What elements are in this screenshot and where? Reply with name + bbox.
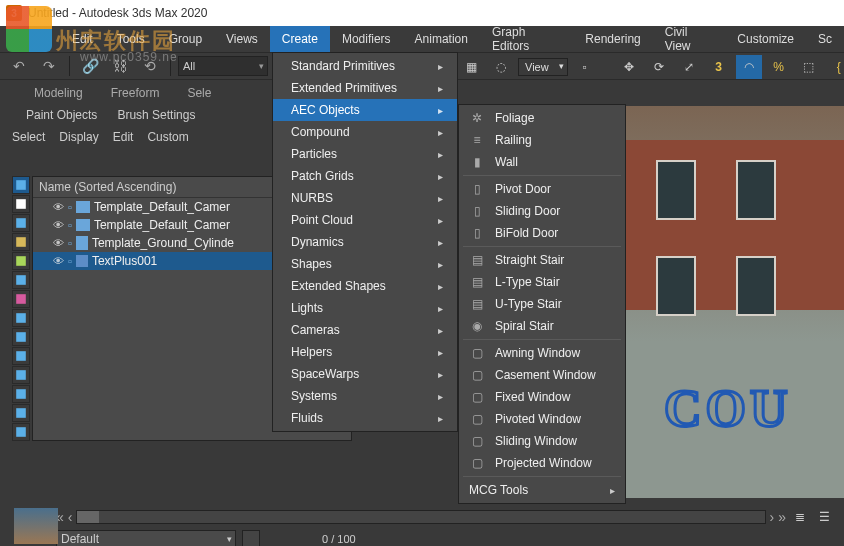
- viewport-thumbnail[interactable]: [14, 508, 58, 544]
- eye-icon[interactable]: 👁: [53, 255, 64, 267]
- aec-mcg-tools[interactable]: MCG Tools▸: [459, 479, 625, 501]
- create-menu-shapes[interactable]: Shapes▸: [273, 253, 457, 275]
- create-menu-compound[interactable]: Compound▸: [273, 121, 457, 143]
- aec-foliage[interactable]: ✲Foliage: [459, 107, 625, 129]
- layer-icon-button[interactable]: [242, 530, 260, 546]
- aec-projected-window[interactable]: ▢Projected Window: [459, 452, 625, 474]
- create-menu-helpers[interactable]: Helpers▸: [273, 341, 457, 363]
- selection-filter-dropdown[interactable]: All: [178, 56, 268, 76]
- scene-filter-icon-1[interactable]: [12, 195, 30, 213]
- menu-customize[interactable]: Customize: [725, 26, 806, 52]
- menu-graph-editors[interactable]: Graph Editors: [480, 26, 573, 52]
- scene-menu-display[interactable]: Display: [59, 130, 98, 144]
- subtab-paint-objects[interactable]: Paint Objects: [20, 106, 103, 124]
- aec-l-type-stair[interactable]: ▤L-Type Stair: [459, 271, 625, 293]
- create-menu-standard-primitives[interactable]: Standard Primitives▸: [273, 55, 457, 77]
- layer-dropdown[interactable]: Default: [56, 530, 236, 546]
- aec-bifold-door[interactable]: ▯BiFold Door: [459, 222, 625, 244]
- create-menu-lights[interactable]: Lights▸: [273, 297, 457, 319]
- aec-pivoted-window[interactable]: ▢Pivoted Window: [459, 408, 625, 430]
- create-menu-systems[interactable]: Systems▸: [273, 385, 457, 407]
- create-menu-point-cloud[interactable]: Point Cloud▸: [273, 209, 457, 231]
- aec-sliding-window[interactable]: ▢Sliding Window: [459, 430, 625, 452]
- scene-filter-icon-9[interactable]: [12, 347, 30, 365]
- snap-button[interactable]: 3: [706, 55, 732, 79]
- menu-animation[interactable]: Animation: [403, 26, 480, 52]
- select-rotate-button[interactable]: ⟳: [646, 55, 672, 79]
- menu-rendering[interactable]: Rendering: [573, 26, 652, 52]
- scene-filter-icon-6[interactable]: [12, 290, 30, 308]
- subtab-brush-settings[interactable]: Brush Settings: [111, 106, 201, 124]
- eye-icon[interactable]: 👁: [53, 237, 64, 249]
- scene-filter-icon-7[interactable]: [12, 309, 30, 327]
- scene-filter-icon-2[interactable]: [12, 214, 30, 232]
- create-menu-dynamics[interactable]: Dynamics▸: [273, 231, 457, 253]
- create-menu-extended-shapes[interactable]: Extended Shapes▸: [273, 275, 457, 297]
- redo-button[interactable]: ↷: [36, 55, 62, 77]
- create-menu-aec-objects[interactable]: AEC Objects▸: [273, 99, 457, 121]
- aec-pivot-door[interactable]: ▯Pivot Door: [459, 178, 625, 200]
- aec-awning-window[interactable]: ▢Awning Window: [459, 342, 625, 364]
- freeze-icon[interactable]: ▫: [68, 201, 72, 213]
- viewport[interactable]: COU: [626, 106, 844, 498]
- scene-filter-icon-12[interactable]: [12, 404, 30, 422]
- percent-snap-button[interactable]: %: [766, 55, 792, 79]
- create-menu-nurbs[interactable]: NURBS▸: [273, 187, 457, 209]
- aec-fixed-window[interactable]: ▢Fixed Window: [459, 386, 625, 408]
- menu-create[interactable]: Create: [270, 26, 330, 52]
- aec-spiral-stair[interactable]: ◉Spiral Stair: [459, 315, 625, 337]
- layer-options-icon[interactable]: ☰: [814, 507, 834, 527]
- scene-filter-icon-13[interactable]: [12, 423, 30, 441]
- layer-stack-icon[interactable]: ≣: [790, 507, 810, 527]
- scene-filter-icon-3[interactable]: [12, 233, 30, 251]
- aec-sliding-door[interactable]: ▯Sliding Door: [459, 200, 625, 222]
- menu-civil-view[interactable]: Civil View: [653, 26, 726, 52]
- aec-wall[interactable]: ▮Wall: [459, 151, 625, 173]
- scene-filter-icon-0[interactable]: [12, 176, 30, 194]
- scene-menu-edit[interactable]: Edit: [113, 130, 134, 144]
- selection-region-button[interactable]: ▦: [458, 55, 484, 79]
- horizontal-scrollbar[interactable]: [76, 510, 765, 524]
- create-menu-fluids[interactable]: Fluids▸: [273, 407, 457, 429]
- scene-menu-customize[interactable]: Custom: [147, 130, 188, 144]
- create-menu-cameras[interactable]: Cameras▸: [273, 319, 457, 341]
- aec-railing[interactable]: ≡Railing: [459, 129, 625, 151]
- scene-filter-icon-5[interactable]: [12, 271, 30, 289]
- freeze-icon[interactable]: ▫: [68, 255, 72, 267]
- menu-modifiers[interactable]: Modifiers: [330, 26, 403, 52]
- scroll-left[interactable]: ‹: [68, 509, 73, 525]
- tab-modeling[interactable]: Modeling: [20, 82, 97, 104]
- use-pivot-button[interactable]: ▫: [572, 55, 598, 79]
- eye-icon[interactable]: 👁: [53, 219, 64, 231]
- menu-sc[interactable]: Sc: [806, 26, 844, 52]
- menu-views[interactable]: Views: [214, 26, 270, 52]
- create-menu-spacewarps[interactable]: SpaceWarps▸: [273, 363, 457, 385]
- scene-filter-icon-8[interactable]: [12, 328, 30, 346]
- reference-coord-dropdown[interactable]: View: [518, 58, 568, 76]
- eye-icon[interactable]: 👁: [53, 201, 64, 213]
- aec-casement-window[interactable]: ▢Casement Window: [459, 364, 625, 386]
- freeze-icon[interactable]: ▫: [68, 219, 72, 231]
- scene-filter-icon-4[interactable]: [12, 252, 30, 270]
- aec-straight-stair[interactable]: ▤Straight Stair: [459, 249, 625, 271]
- aec-u-type-stair[interactable]: ▤U-Type Stair: [459, 293, 625, 315]
- create-menu-patch-grids[interactable]: Patch Grids▸: [273, 165, 457, 187]
- undo-button[interactable]: ↶: [6, 55, 32, 77]
- scene-filter-icon-10[interactable]: [12, 366, 30, 384]
- viewport-text-object[interactable]: COU: [664, 379, 792, 438]
- tab-freeform[interactable]: Freeform: [97, 82, 174, 104]
- create-menu-extended-primitives[interactable]: Extended Primitives▸: [273, 77, 457, 99]
- freeze-icon[interactable]: ▫: [68, 237, 72, 249]
- scroll-right[interactable]: ›: [770, 509, 775, 525]
- spinner-snap-button[interactable]: ⬚: [796, 55, 822, 79]
- select-move-button[interactable]: ✥: [616, 55, 642, 79]
- scene-menu-select[interactable]: Select: [12, 130, 45, 144]
- angle-snap-button[interactable]: ◠: [736, 55, 762, 79]
- select-scale-button[interactable]: ⤢: [676, 55, 702, 79]
- scroll-right-fast[interactable]: »: [778, 509, 786, 525]
- more-button[interactable]: {: [826, 55, 844, 79]
- selection-lasso-button[interactable]: ◌: [488, 55, 514, 79]
- create-menu-particles[interactable]: Particles▸: [273, 143, 457, 165]
- scene-filter-icon-11[interactable]: [12, 385, 30, 403]
- tab-selection[interactable]: Sele: [173, 82, 225, 104]
